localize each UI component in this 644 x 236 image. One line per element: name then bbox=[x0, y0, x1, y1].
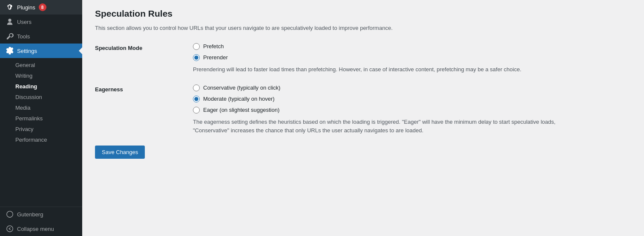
eager-radio[interactable] bbox=[193, 107, 200, 114]
eagerness-control: Conservative (typically on click) Modera… bbox=[193, 84, 631, 136]
save-button[interactable]: Save Changes bbox=[95, 146, 145, 159]
page-description: This section allows you to control how U… bbox=[95, 24, 631, 33]
moderate-radio[interactable] bbox=[193, 96, 200, 102]
sidebar-item-media[interactable]: Media bbox=[0, 102, 82, 113]
users-icon bbox=[6, 18, 14, 26]
prerender-label: Prerender bbox=[203, 54, 228, 61]
prefetch-radio[interactable] bbox=[193, 43, 200, 50]
eager-option[interactable]: Eager (on slightest suggestion) bbox=[193, 107, 631, 114]
prerender-option[interactable]: Prerender bbox=[193, 54, 631, 61]
settings-label: Settings bbox=[17, 48, 37, 54]
sidebar-item-discussion[interactable]: Discussion bbox=[0, 92, 82, 102]
users-label: Users bbox=[17, 19, 32, 25]
sidebar-item-users[interactable]: Users bbox=[0, 15, 82, 29]
svg-point-1 bbox=[7, 226, 13, 232]
conservative-option[interactable]: Conservative (typically on click) bbox=[193, 84, 631, 91]
sidebar-item-performance[interactable]: Performance bbox=[0, 134, 82, 145]
active-arrow bbox=[79, 47, 82, 54]
sidebar-bottom: Gutenberg Collapse menu bbox=[0, 207, 82, 236]
page-title: Speculation Rules bbox=[95, 9, 631, 19]
sidebar-item-general[interactable]: General bbox=[0, 60, 82, 70]
plugins-badge: 8 bbox=[39, 3, 46, 11]
speculation-mode-row: Speculation Mode Prefetch Prerender Prer… bbox=[95, 43, 631, 74]
gutenberg-label: Gutenberg bbox=[17, 211, 43, 218]
prefetch-label: Prefetch bbox=[203, 43, 224, 50]
collapse-label: Collapse menu bbox=[17, 226, 54, 232]
tools-label: Tools bbox=[17, 33, 30, 40]
sidebar-item-reading[interactable]: Reading bbox=[0, 81, 82, 92]
sidebar-item-collapse[interactable]: Collapse menu bbox=[0, 221, 82, 236]
prerender-radio[interactable] bbox=[193, 54, 200, 61]
sidebar-item-permalinks[interactable]: Permalinks bbox=[0, 113, 82, 124]
eagerness-label: Eagerness bbox=[95, 84, 193, 93]
eagerness-hint: The eagerness setting defines the heuris… bbox=[193, 118, 576, 136]
sidebar-item-plugins[interactable]: Plugins 8 bbox=[0, 0, 82, 15]
plugins-label: Plugins bbox=[17, 4, 35, 11]
speculation-mode-control: Prefetch Prerender Prerendering will lea… bbox=[193, 43, 631, 74]
speculation-mode-hint: Prerendering will lead to faster load ti… bbox=[193, 65, 576, 74]
conservative-label: Conservative (typically on click) bbox=[203, 84, 280, 91]
eagerness-row: Eagerness Conservative (typically on cli… bbox=[95, 84, 631, 136]
sidebar-item-tools[interactable]: Tools bbox=[0, 29, 82, 44]
moderate-option[interactable]: Moderate (typically on hover) bbox=[193, 96, 631, 102]
svg-point-0 bbox=[7, 211, 13, 217]
sidebar: Plugins 8 Users Tools Settings General W… bbox=[0, 0, 82, 236]
sidebar-item-privacy[interactable]: Privacy bbox=[0, 124, 82, 134]
tools-icon bbox=[6, 32, 14, 40]
moderate-label: Moderate (typically on hover) bbox=[203, 96, 275, 102]
sidebar-item-writing[interactable]: Writing bbox=[0, 70, 82, 81]
conservative-radio[interactable] bbox=[193, 84, 200, 91]
speculation-mode-label: Speculation Mode bbox=[95, 43, 193, 51]
settings-icon bbox=[6, 47, 14, 55]
gutenberg-icon bbox=[6, 210, 14, 218]
settings-submenu: General Writing Reading Discussion Media… bbox=[0, 58, 82, 147]
plugins-icon bbox=[6, 3, 14, 11]
sidebar-item-gutenberg[interactable]: Gutenberg bbox=[0, 207, 82, 221]
main-content: Speculation Rules This section allows yo… bbox=[82, 0, 644, 236]
eager-label: Eager (on slightest suggestion) bbox=[203, 107, 279, 113]
prefetch-option[interactable]: Prefetch bbox=[193, 43, 631, 50]
sidebar-item-settings[interactable]: Settings bbox=[0, 44, 82, 58]
collapse-icon bbox=[6, 225, 14, 233]
